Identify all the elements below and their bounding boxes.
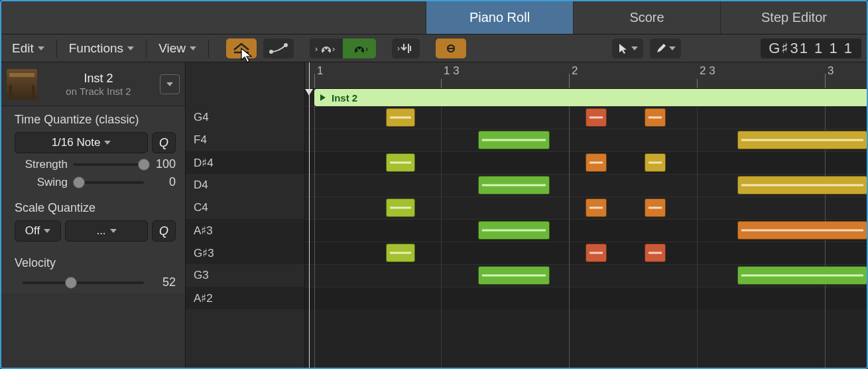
ruler-label: 1 3 (444, 64, 460, 78)
svg-text:›: › (332, 44, 335, 54)
velocity-slider[interactable] (23, 281, 144, 284)
toolbar: Edit Functions View ›› › › G♯31 1 1 1 (1, 35, 867, 62)
midi-note[interactable] (478, 266, 550, 285)
time-quantize-select[interactable]: 1/16 Note (15, 132, 148, 153)
svg-point-6 (328, 49, 330, 51)
ruler-label: 2 (572, 64, 578, 78)
strength-slider[interactable] (73, 163, 144, 166)
region-header[interactable]: Inst 2 (314, 89, 867, 106)
midi-note[interactable] (586, 244, 607, 262)
piano-key-column[interactable]: G4F4D♯4D4C4A♯3G♯3G3A♯2 (186, 62, 305, 368)
midi-note[interactable] (478, 131, 550, 149)
tab-step-editor[interactable]: Step Editor (720, 1, 867, 34)
scale-quantize-root[interactable]: Off (15, 220, 61, 242)
edit-menu[interactable]: Edit (7, 38, 50, 58)
key-label: D♯4 (194, 156, 214, 170)
key-label: A♯2 (194, 291, 213, 305)
svg-text:›: › (365, 44, 368, 54)
ruler-label: 2 3 (700, 64, 715, 78)
key-label: C4 (194, 201, 208, 214)
swing-slider[interactable] (73, 181, 144, 184)
key-label: G4 (194, 111, 209, 124)
velocity-value: 52 (149, 275, 176, 289)
midi-note[interactable] (586, 108, 607, 127)
automation-curve-button[interactable] (263, 38, 294, 58)
time-quantize-apply[interactable]: Q (152, 132, 176, 153)
scale-quantize-apply[interactable]: Q (152, 220, 176, 242)
midi-note[interactable] (737, 176, 867, 194)
editor-tabs: Piano Roll Score Step Editor (1, 1, 867, 35)
note-color-button[interactable]: ›› (310, 38, 343, 58)
swing-value: 0 (149, 175, 176, 189)
key-label: G3 (194, 269, 209, 282)
svg-point-2 (284, 43, 288, 47)
midi-note[interactable] (478, 176, 550, 194)
midi-note[interactable] (386, 108, 415, 127)
link-button[interactable] (436, 38, 466, 58)
playhead[interactable] (309, 62, 310, 368)
track-name: Inst 2 (44, 72, 153, 86)
collapse-button[interactable] (226, 38, 257, 58)
svg-point-9 (355, 49, 357, 51)
midi-note[interactable] (645, 244, 666, 262)
strength-value: 100 (149, 157, 176, 171)
midi-note[interactable] (645, 198, 666, 217)
midi-note[interactable] (737, 131, 867, 149)
workarea: Inst 2 on Track Inst 2 Time Quantize (cl… (1, 62, 867, 368)
svg-point-5 (322, 49, 324, 51)
scale-quantize-label: Scale Quantize (15, 201, 176, 215)
ruler[interactable]: 11 322 33 (305, 62, 867, 89)
color-palette-segment: ›› › (310, 38, 376, 58)
tab-score[interactable]: Score (573, 1, 720, 34)
midi-in-button[interactable]: › (392, 38, 420, 58)
key-label: A♯3 (194, 224, 213, 238)
midi-note[interactable] (586, 153, 607, 172)
svg-point-10 (361, 49, 363, 51)
ruler-label: 3 (828, 64, 834, 78)
ruler-label: 1 (317, 64, 323, 78)
key-label: F4 (194, 133, 207, 147)
instrument-icon (7, 69, 37, 100)
svg-text:›: › (315, 44, 318, 54)
midi-note[interactable] (737, 266, 867, 285)
time-quantize-label: Time Quantize (classic) (15, 113, 176, 127)
left-panel: Inst 2 on Track Inst 2 Time Quantize (cl… (1, 62, 186, 368)
velocity-label: Velocity (15, 256, 176, 270)
region-color-button[interactable]: › (343, 38, 376, 58)
svg-point-8 (358, 47, 360, 49)
midi-note[interactable] (645, 153, 666, 172)
inspector: Time Quantize (classic) 1/16 Note Q Stre… (1, 106, 185, 293)
pointer-tool[interactable] (612, 38, 643, 58)
midi-note[interactable] (586, 198, 607, 217)
midi-note[interactable] (386, 198, 415, 217)
midi-note[interactable] (645, 108, 666, 127)
key-label: D4 (194, 179, 208, 192)
track-popup-button[interactable] (160, 74, 180, 94)
track-header: Inst 2 on Track Inst 2 (1, 62, 185, 106)
midi-note[interactable] (737, 221, 867, 240)
midi-note[interactable] (478, 221, 550, 240)
tab-piano-roll[interactable]: Piano Roll (426, 1, 573, 34)
svg-text:›: › (397, 44, 400, 53)
functions-menu[interactable]: Functions (64, 38, 139, 58)
view-menu[interactable]: View (153, 38, 202, 58)
scale-quantize-mode[interactable]: ... (65, 220, 148, 242)
midi-note[interactable] (386, 153, 415, 172)
track-subtitle: on Track Inst 2 (44, 86, 153, 97)
pencil-tool[interactable] (650, 38, 681, 58)
position-display[interactable]: G♯31 1 1 1 (761, 38, 861, 58)
midi-note[interactable] (386, 244, 415, 262)
note-grid[interactable]: 11 322 33 Inst 2 (305, 62, 867, 368)
svg-point-4 (325, 47, 327, 49)
key-label: G♯3 (194, 246, 214, 260)
